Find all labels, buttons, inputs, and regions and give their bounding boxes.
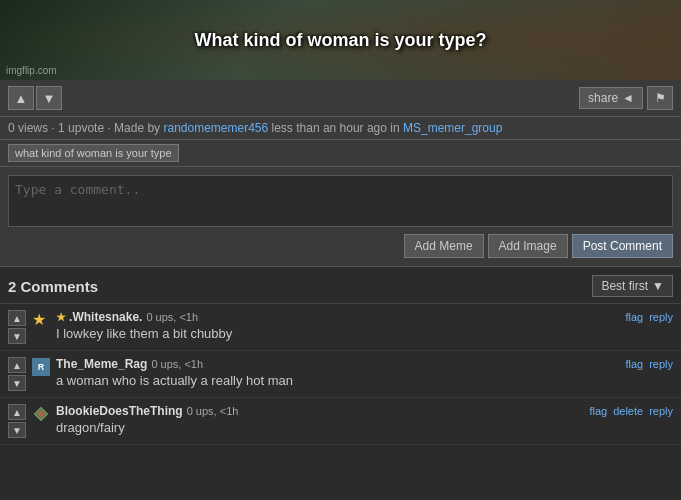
comment-vote-col: ▲ ▼: [8, 310, 26, 344]
comment-upvote[interactable]: ▲: [8, 404, 26, 420]
sort-dropdown[interactable]: Best first ▼: [592, 275, 673, 297]
comment-actions: flagdeletereply: [589, 405, 673, 417]
comment-actions: flagreply: [625, 311, 673, 323]
upvote-button[interactable]: ▲: [8, 86, 34, 110]
comment-avatar: R: [32, 358, 50, 376]
username-link[interactable]: randomememer456: [163, 121, 268, 135]
tag-area: what kind of woman is your type: [0, 140, 681, 167]
comment-body: .Whitesnake. 0 ups, <1hflagreplyI lowkey…: [56, 310, 673, 341]
meta-info: 0 views · 1 upvote · Made by randomememe…: [0, 117, 681, 140]
comment-textarea[interactable]: [8, 175, 673, 227]
comment-reply-action[interactable]: reply: [649, 358, 673, 370]
comment-input-area: Add Meme Add Image Post Comment: [0, 167, 681, 267]
sort-arrow: ▼: [652, 279, 664, 293]
comment-body: The_Meme_Rag 0 ups, <1hflagreplya woman …: [56, 357, 673, 388]
comment-flag-action[interactable]: flag: [625, 358, 643, 370]
comment-row: ▲ ▼ RThe_Meme_Rag 0 ups, <1hflagreplya w…: [0, 351, 681, 398]
diamond-avatar-icon: [32, 405, 50, 423]
tag-badge[interactable]: what kind of woman is your type: [8, 144, 179, 162]
share-flag-area: share ◄ ⚑: [579, 86, 673, 110]
group-link[interactable]: MS_memer_group: [403, 121, 502, 135]
comment-downvote[interactable]: ▼: [8, 375, 26, 391]
sort-label: Best first: [601, 279, 648, 293]
post-comment-button[interactable]: Post Comment: [572, 234, 673, 258]
star-avatar-icon: ★: [32, 311, 46, 328]
comment-upvote[interactable]: ▲: [8, 310, 26, 326]
comment-flag-action[interactable]: flag: [625, 311, 643, 323]
comment-vote-col: ▲ ▼: [8, 404, 26, 438]
meme-title: What kind of woman is your type?: [194, 30, 486, 51]
flag-button[interactable]: ⚑: [647, 86, 673, 110]
views-count: 0 views: [8, 121, 48, 135]
made-by-label: Made by: [114, 121, 160, 135]
comment-score: 0 ups, <1h: [151, 358, 203, 370]
comment-downvote[interactable]: ▼: [8, 328, 26, 344]
add-image-button[interactable]: Add Image: [488, 234, 568, 258]
comment-avatar: [32, 405, 50, 423]
comment-score: 0 ups, <1h: [146, 311, 198, 323]
comment-reply-action[interactable]: reply: [649, 405, 673, 417]
comment-delete-action[interactable]: delete: [613, 405, 643, 417]
comment-username: BlookieDoesTheThing: [56, 404, 183, 418]
comment-username: The_Meme_Rag: [56, 357, 147, 371]
comment-actions: flagreply: [625, 358, 673, 370]
square-avatar-icon: R: [32, 358, 50, 376]
comment-score: 0 ups, <1h: [187, 405, 239, 417]
comment-body: BlookieDoesTheThing 0 ups, <1hflagdelete…: [56, 404, 673, 435]
comment-vote-col: ▲ ▼: [8, 357, 26, 391]
comment-reply-action[interactable]: reply: [649, 311, 673, 323]
comment-downvote[interactable]: ▼: [8, 422, 26, 438]
comments-list: ▲ ▼ ★.Whitesnake. 0 ups, <1hflagreplyI l…: [0, 304, 681, 445]
imgflip-watermark: imgflip.com: [6, 65, 57, 76]
controls-bar: ▲ ▼ share ◄ ⚑: [0, 80, 681, 117]
comment-text: I lowkey like them a bit chubby: [56, 326, 673, 341]
meme-image: What kind of woman is your type? imgflip…: [0, 0, 681, 80]
comment-row: ▲ ▼ ★.Whitesnake. 0 ups, <1hflagreplyI l…: [0, 304, 681, 351]
comment-upvote[interactable]: ▲: [8, 357, 26, 373]
vote-buttons: ▲ ▼: [8, 86, 62, 110]
comments-header: 2 Comments Best first ▼: [0, 267, 681, 304]
comment-text: dragon/fairy: [56, 420, 673, 435]
comment-flag-action[interactable]: flag: [589, 405, 607, 417]
comment-buttons: Add Meme Add Image Post Comment: [8, 234, 673, 258]
time-label: less than an hour ago in: [272, 121, 400, 135]
comment-text: a woman who is actually a really hot man: [56, 373, 673, 388]
comments-count: 2 Comments: [8, 278, 98, 295]
share-icon: ◄: [622, 91, 634, 105]
add-meme-button[interactable]: Add Meme: [404, 234, 484, 258]
share-button[interactable]: share ◄: [579, 87, 643, 109]
comment-row: ▲ ▼ BlookieDoesTheThing 0 ups, <1hflagde…: [0, 398, 681, 445]
comments-section: 2 Comments Best first ▼ ▲ ▼ ★.Whitesnake…: [0, 267, 681, 445]
upvotes-count: 1 upvote: [58, 121, 104, 135]
comment-username: .Whitesnake.: [56, 310, 142, 324]
downvote-button[interactable]: ▼: [36, 86, 62, 110]
comment-avatar: ★: [32, 311, 50, 329]
